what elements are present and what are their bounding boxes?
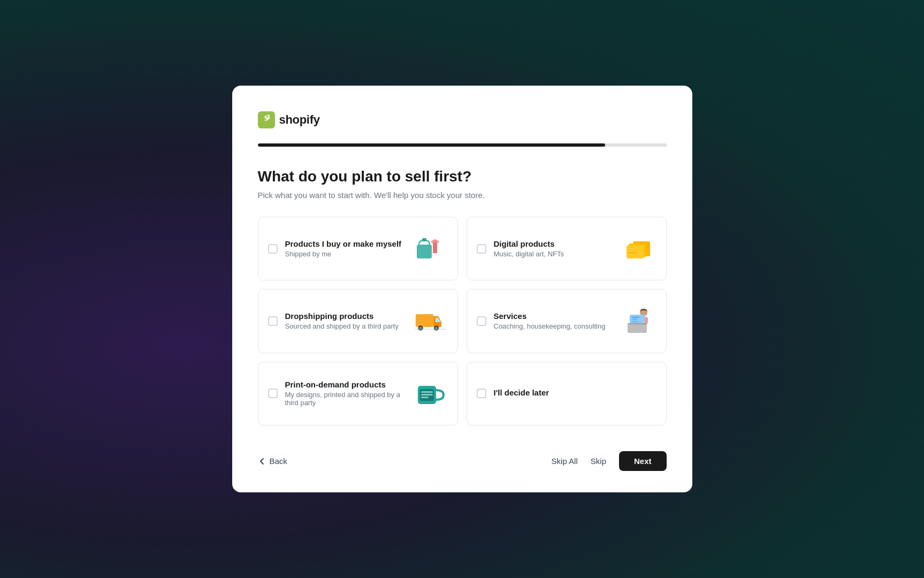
svg-rect-6 xyxy=(629,252,635,254)
svg-rect-12 xyxy=(415,329,447,330)
checkbox-digital[interactable] xyxy=(477,244,486,254)
option-title-decide-later: I'll decide later xyxy=(494,388,616,397)
footer-right: Skip All Skip Next xyxy=(552,451,667,471)
option-card-decide-later[interactable]: I'll decide later xyxy=(467,362,667,425)
svg-rect-24 xyxy=(421,394,433,396)
option-subtitle-dropshipping: Sourced and shipped by a third party xyxy=(285,322,407,330)
option-card-print-on-demand[interactable]: Print-on-demand products My designs, pri… xyxy=(258,362,458,425)
option-title-print-on-demand: Print-on-demand products xyxy=(285,380,407,389)
progress-bar-fill xyxy=(258,143,605,147)
option-subtitle-print-on-demand: My designs, printed and shipped by a thi… xyxy=(285,391,407,407)
svg-rect-20 xyxy=(632,321,638,322)
skip-button[interactable]: Skip xyxy=(591,457,606,466)
option-text-print-on-demand: Print-on-demand products My designs, pri… xyxy=(285,380,407,407)
option-text-services: Services Coaching, housekeeping, consult… xyxy=(494,311,616,330)
option-card-physical[interactable]: Products I buy or make myself Shipped by… xyxy=(258,217,458,280)
option-title-digital: Digital products xyxy=(494,239,616,248)
checkbox-physical[interactable] xyxy=(268,244,278,254)
bag-shirt-icon xyxy=(415,233,447,265)
back-chevron-icon xyxy=(258,457,266,466)
main-modal: shopify What do you plan to sell first? … xyxy=(232,86,692,492)
option-card-services[interactable]: Services Coaching, housekeeping, consult… xyxy=(467,289,667,353)
skip-all-button[interactable]: Skip All xyxy=(552,457,578,466)
svg-rect-17 xyxy=(628,323,647,324)
option-title-physical: Products I buy or make myself xyxy=(285,239,407,248)
option-subtitle-digital: Music, digital art, NFTs xyxy=(494,250,616,258)
svg-rect-2 xyxy=(422,238,426,241)
option-text-decide-later: I'll decide later xyxy=(494,388,616,399)
mug-logo-icon xyxy=(415,377,447,409)
back-button[interactable]: Back xyxy=(258,457,287,466)
option-subtitle-services: Coaching, housekeeping, consulting xyxy=(494,322,616,330)
option-text-digital: Digital products Music, digital art, NFT… xyxy=(494,239,616,258)
shopify-logo-icon xyxy=(258,111,275,128)
checkbox-decide-later[interactable] xyxy=(477,389,486,398)
next-button[interactable]: Next xyxy=(619,451,667,471)
svg-rect-18 xyxy=(632,317,639,318)
svg-rect-25 xyxy=(421,397,429,398)
svg-rect-19 xyxy=(632,319,637,320)
checkbox-print-on-demand[interactable] xyxy=(268,389,278,398)
checkbox-services[interactable] xyxy=(477,316,486,326)
progress-bar xyxy=(258,143,667,147)
page-subtitle: Pick what you want to start with. We'll … xyxy=(258,191,667,200)
page-title: What do you plan to sell first? xyxy=(258,168,667,185)
option-text-dropshipping: Dropshipping products Sourced and shippe… xyxy=(285,311,407,330)
shopify-logo-text: shopify xyxy=(279,113,320,127)
option-title-dropshipping: Dropshipping products xyxy=(285,311,407,321)
option-title-services: Services xyxy=(494,311,616,321)
logo-area: shopify xyxy=(258,111,667,128)
option-subtitle-physical: Shipped by me xyxy=(285,250,407,258)
option-card-dropshipping[interactable]: Dropshipping products Sourced and shippe… xyxy=(258,289,458,353)
svg-rect-23 xyxy=(421,391,433,393)
person-laptop-icon xyxy=(623,305,655,337)
svg-rect-7 xyxy=(415,315,433,328)
checkbox-dropshipping[interactable] xyxy=(268,316,278,326)
options-grid: Products I buy or make myself Shipped by… xyxy=(258,217,667,425)
svg-rect-5 xyxy=(627,246,644,258)
decide-later-icon xyxy=(623,377,655,409)
footer: Back Skip All Skip Next xyxy=(258,451,667,471)
digital-files-icon xyxy=(623,233,655,265)
svg-rect-15 xyxy=(628,323,647,333)
back-label: Back xyxy=(270,457,287,466)
option-card-digital[interactable]: Digital products Music, digital art, NFT… xyxy=(467,217,667,280)
delivery-truck-icon xyxy=(415,305,447,337)
svg-rect-1 xyxy=(417,245,432,258)
option-text-physical: Products I buy or make myself Shipped by… xyxy=(285,239,407,258)
